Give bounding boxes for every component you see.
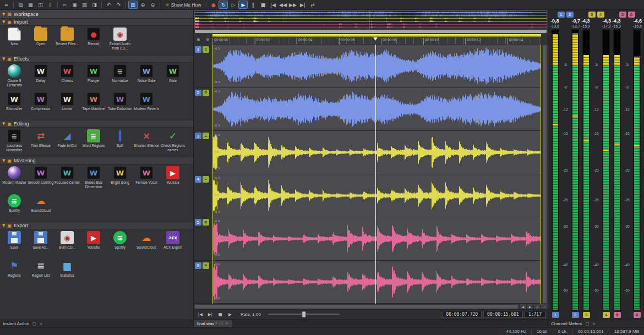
redo-icon[interactable]: ↷ xyxy=(114,1,123,9)
workspace-item-tube-distortion[interactable]: WTube Distortion xyxy=(107,91,133,119)
channel-fx-button[interactable]: ≡ xyxy=(203,90,209,96)
paste-icon[interactable]: ▧ xyxy=(80,1,89,9)
workspace-item-new[interactable]: New xyxy=(1,26,28,54)
workspace-item-trim-silence[interactable]: ⇄Trim Silence xyxy=(28,128,54,156)
rewind-icon[interactable]: ◀◀ xyxy=(278,1,287,9)
waveform-channel-6[interactable]: -6.0-Inf.-6.0 xyxy=(213,261,541,304)
channel-fx-button[interactable]: ≡ xyxy=(203,46,209,53)
selection-bar[interactable] xyxy=(212,34,541,37)
close-icon[interactable]: × xyxy=(40,322,43,326)
workspace-item-shorten-silence[interactable]: ×Shorten Silence xyxy=(133,128,160,156)
workspace-item-chorus[interactable]: WChorus xyxy=(54,63,80,91)
cut-icon[interactable]: ✂ xyxy=(60,1,69,9)
pause-icon[interactable]: ‖ xyxy=(248,1,258,9)
stop-icon[interactable]: ■ xyxy=(258,1,268,9)
import-icon[interactable]: ⇩ xyxy=(46,1,55,9)
workspace-item-spotify[interactable]: ≋Spotify xyxy=(1,193,28,221)
workspace-item-gate[interactable]: WGate xyxy=(160,63,186,91)
workspace-item-acx-export[interactable]: acxACX Export xyxy=(160,230,186,258)
float-window-icon[interactable]: □ xyxy=(219,321,223,326)
section-header-effects[interactable]: ▼▣Effects xyxy=(0,55,193,63)
workspace-item-soundcloud[interactable]: ☁SoundCloud xyxy=(28,193,54,221)
workspace-item-burn-cd[interactable]: ◉Burn CD... xyxy=(54,230,80,258)
workspace-item-ozone-9-elements[interactable]: Ozone 9 Elements xyxy=(1,63,28,91)
timeline-ruler[interactable]: 00:00:0000:00:0200:00:0400:00:0600:00:08… xyxy=(212,34,541,45)
channel-number-badge[interactable]: 6 xyxy=(195,262,201,269)
vertical-scrollbar-thumb[interactable] xyxy=(543,45,547,303)
channel-meters-tab[interactable]: Channel Meters □ × xyxy=(548,320,644,327)
workspace-item-save[interactable]: Save xyxy=(1,230,28,258)
go-to-end-icon[interactable]: ▶| xyxy=(206,311,215,318)
workspace-item-open[interactable]: Open xyxy=(28,26,54,54)
workspace-item-female-vocal[interactable]: WFemale Vocal xyxy=(133,165,160,193)
go-to-end-icon[interactable]: ▶| xyxy=(298,1,307,9)
menu-icon[interactable]: ≡ xyxy=(2,1,11,9)
workspace-item-youtube[interactable]: ▶Youtube xyxy=(80,230,107,258)
workspace-item-bitcrusher[interactable]: WBitcrusher xyxy=(1,91,28,119)
overview-strip[interactable] xyxy=(194,10,547,29)
trim-icon[interactable]: ◨ xyxy=(90,1,99,9)
zoom-out-icon[interactable]: ⊖ xyxy=(148,1,157,9)
waveform-channel-5[interactable]: -6.0-Inf.-6.0 xyxy=(213,217,541,261)
snap-icon[interactable]: ⊕ xyxy=(206,37,210,42)
record-icon[interactable]: ● xyxy=(209,1,218,9)
forward-icon[interactable]: ▶▶ xyxy=(288,1,297,9)
workspace-item-stereo-bus-dimension[interactable]: WStereo Bus Dimension xyxy=(80,165,107,193)
workspace-item-focused-center[interactable]: WFocused Center xyxy=(54,165,80,193)
channel-fx-button[interactable]: ≡ xyxy=(203,219,209,226)
workspace-item-noise-gate[interactable]: WNoise Gate xyxy=(133,63,160,91)
workspace-item-save-as[interactable]: Save As... xyxy=(28,230,54,258)
workspace-item-limiter[interactable]: WLimiter xyxy=(54,91,80,119)
workspace-item-spotify[interactable]: ≋Spotify xyxy=(107,230,133,258)
rate-slider[interactable] xyxy=(268,314,340,315)
scroll-right-icon[interactable]: ▶ xyxy=(526,304,533,309)
go-to-start-icon[interactable]: |◀ xyxy=(196,311,205,318)
workspace-item-loudness-normalize[interactable]: ≡Loudness Normalize xyxy=(1,128,28,156)
waveform-channel-4[interactable]: -6.0-Inf.-6.0 xyxy=(213,174,541,218)
waveform-channel-1[interactable]: -6.0-Inf.-6.0 xyxy=(213,45,541,88)
workspace-item-soundcloud[interactable]: ☁SoundCloud xyxy=(133,230,160,258)
play-icon[interactable]: ▶ xyxy=(226,311,234,318)
waveform-channel-3[interactable]: -6.0-Inf.-6.0 xyxy=(213,131,541,174)
workspace-item-regions[interactable]: ⚑Regions xyxy=(1,258,28,286)
channel-number-badge[interactable]: 5 xyxy=(195,219,201,226)
undo-icon[interactable]: ↶ xyxy=(104,1,113,9)
workspace-item-recent-files[interactable]: Recent Files... xyxy=(54,26,80,54)
section-header-export[interactable]: ▼▣Export xyxy=(0,222,193,229)
workspace-item-smooth-limiting[interactable]: WSmooth Limiting xyxy=(28,165,54,193)
workspace-item-bright-song[interactable]: WBright Song xyxy=(107,165,133,193)
section-header-editing[interactable]: ▼▣Editing xyxy=(0,120,193,128)
workspace-item-compressor[interactable]: WCompressor xyxy=(28,91,54,119)
channel-fx-button[interactable]: ≡ xyxy=(203,176,209,183)
play-icon[interactable]: ▶ xyxy=(238,1,248,9)
zoom-in-icon[interactable]: + xyxy=(533,304,541,309)
horizontal-scrollb­ar-track[interactable] xyxy=(195,305,518,309)
show-me-how-button[interactable]: ☼ Show Me How xyxy=(162,2,204,8)
playback-cursor[interactable] xyxy=(375,45,376,304)
workspace-item-split[interactable]: ║Split xyxy=(107,128,133,156)
waveform-stack[interactable]: -6.0-Inf.-6.0-6.0-Inf.-6.0-6.0-Inf.-6.0-… xyxy=(212,45,541,304)
open-icon[interactable]: ▦ xyxy=(26,1,35,9)
waveform-channel-2[interactable]: -6.0-Inf.-6.0 xyxy=(213,88,541,131)
workspace-item-modern-reverb[interactable]: WModern Reverb xyxy=(133,91,160,119)
workspace-item-delay[interactable]: WDelay xyxy=(28,63,54,91)
zoom-in-icon[interactable]: ⊕ xyxy=(138,1,148,9)
workspace-item-word-regions[interactable]: ≡Word Regions xyxy=(80,128,107,156)
channel-fx-button[interactable]: ≡ xyxy=(203,133,209,139)
loop-selection-icon[interactable]: ⇄ xyxy=(308,1,317,9)
loop-playback-icon[interactable]: ↻ xyxy=(219,1,228,9)
zoom-out-icon[interactable]: − xyxy=(541,304,548,309)
channel-fx-button[interactable]: ≡ xyxy=(203,262,209,269)
workspace-item-statistics[interactable]: ▆Statistics xyxy=(54,258,80,286)
workspace-item-region-list[interactable]: ≡Region List xyxy=(28,258,54,286)
section-header-import[interactable]: ▼▣Import xyxy=(0,18,193,26)
go-to-start-icon[interactable]: |◀ xyxy=(268,1,277,9)
event-tool-icon[interactable]: ▥ xyxy=(128,1,138,9)
cursor-marker[interactable] xyxy=(373,37,378,41)
tab-final-wav[interactable]: final.wav * □ × xyxy=(194,320,232,327)
rate-slider-thumb[interactable] xyxy=(302,311,305,317)
float-window-icon[interactable]: □ xyxy=(585,322,589,326)
horizontal-scrollbar[interactable]: ◀▶+− xyxy=(194,304,548,309)
play-all-icon[interactable]: ▷ xyxy=(228,1,238,9)
copy-icon[interactable]: ▣ xyxy=(70,1,79,9)
